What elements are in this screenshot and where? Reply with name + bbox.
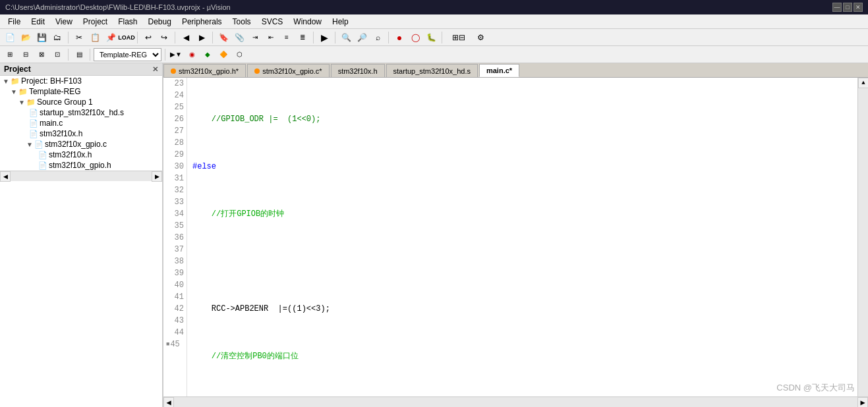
find-btn[interactable]: ⌕ [370,30,385,45]
code-line-28: //清空控制PB0的端口位 [192,350,852,362]
h-scroll-track[interactable] [174,397,857,407]
bookmark-btn[interactable]: 🔖 [216,30,231,45]
undo-btn[interactable]: ↩ [141,30,156,45]
menu-svcs[interactable]: SVCS [256,16,289,28]
template-select[interactable]: Template-REG [94,48,161,61]
open-btn[interactable]: 📂 [18,30,33,45]
format2-btn[interactable]: ≣ [295,30,310,45]
minimize-btn[interactable]: — [832,3,842,12]
menu-flash[interactable]: Flash [113,16,142,28]
menu-window[interactable]: Window [288,16,327,28]
zoom-btn[interactable]: 🔎 [355,30,369,45]
tb2-btn2[interactable]: ⊟ [18,47,33,62]
save-all-btn[interactable]: 🗂 [50,30,65,45]
maximize-btn[interactable]: □ [843,3,852,12]
code-line-27: RCC->APB2ENR |=((1)<<3); [192,303,852,315]
search-btn[interactable]: 🔍 [339,30,353,45]
forward-btn[interactable]: ▶ [194,30,209,45]
sep-tb2-3 [165,49,165,61]
sidebar-scroll-track[interactable] [11,171,152,181]
tb2-btn6[interactable]: ▶▼ [169,47,183,62]
code-line-24: #else [192,161,852,173]
code-line-23: //GPIOB_ODR |= (1<<0); [192,113,852,125]
back-btn[interactable]: ◀ [179,30,193,45]
tree-template-reg[interactable]: ▼ 📁 Template-REG [0,86,162,97]
tree-source-group[interactable]: ▼ 📁 Source Group 1 [0,97,162,107]
settings-btn[interactable]: ⚙ [473,30,488,45]
file-startup-label: startup_stm32f10x_hd.s [40,108,124,117]
tb2-btn3[interactable]: ⊠ [34,47,49,62]
toolbar-2: ⊞ ⊟ ⊠ ⊡ ▤ Template-REG ▶▼ ◉ ◆ 🔶 ⬡ [0,46,868,63]
tree-file-stm32h[interactable]: 📄 stm32f10x.h [0,128,162,139]
tree-file-stm32h2[interactable]: 📄 stm32f10x.h [0,149,162,160]
dbg-btn[interactable]: 🐛 [424,30,438,45]
close-btn[interactable]: ✕ [854,3,863,12]
load-btn[interactable]: LOAD [119,30,134,45]
stop-btn[interactable]: ◯ [408,30,422,45]
redo-btn[interactable]: ↪ [157,30,171,45]
sidebar-close-btn[interactable]: ✕ [152,65,158,74]
file-s-icon: 📄 [29,109,38,117]
scroll-right-btn[interactable]: ▶ [857,397,868,407]
tb2-btn7[interactable]: ◉ [185,47,199,62]
bottom-scrollbar: ◀ ▶ [163,396,868,407]
cut-btn[interactable]: ✂ [72,30,86,45]
tab-dot-gpio-h [171,68,176,74]
format-btn[interactable]: ≡ [279,30,294,45]
tab-main[interactable]: main.c* [479,64,519,77]
title-bar: C:\Users\Administrator\Desktop\FWlib-LED… [0,0,868,14]
build-btn[interactable]: ▶ [317,30,332,45]
tb2-btn10[interactable]: ⬡ [232,47,246,62]
unindent-btn[interactable]: ⇤ [264,30,278,45]
tab-stm32h[interactable]: stm32f10x.h [331,64,385,77]
tree-file-gpioh[interactable]: 📄 stm32f10x_gpio.h [0,160,162,171]
sidebar-scroll-right[interactable]: ▶ [152,171,162,182]
tb2-btn8[interactable]: ◆ [200,47,215,62]
sidebar: Project ✕ ▼ 📁 Project: BH-F103 ▼ 📁 Templ… [0,63,163,407]
save-btn[interactable]: 💾 [34,30,49,45]
menu-file[interactable]: File [3,16,26,28]
tb2-btn5[interactable]: ▤ [72,47,86,62]
scroll-track[interactable] [858,88,868,396]
tree-file-main[interactable]: 📄 main.c [0,118,162,128]
tree-file-startup[interactable]: 📄 startup_stm32f10x_hd.s [0,107,162,118]
sidebar-scroll-left[interactable]: ◀ [0,171,11,182]
tb2-btn9[interactable]: 🔶 [216,47,231,62]
rec-btn[interactable]: ● [392,30,407,45]
tree-arrow-template[interactable]: ▼ [11,88,17,95]
tree-project-root[interactable]: ▼ 📁 Project: BH-F103 [0,76,162,86]
indent-btn[interactable]: ⇥ [248,30,262,45]
menu-peripherals[interactable]: Peripherals [177,16,227,28]
title-text: C:\Users\Administrator\Desktop\FWlib-LED… [5,3,231,11]
tree-arrow-project[interactable]: ▼ [3,78,9,85]
tree-arrow-source[interactable]: ▼ [18,99,25,106]
menu-debug[interactable]: Debug [143,16,177,28]
tab-gpio-h[interactable]: stm32f10x_gpio.h* [163,64,246,77]
scroll-up-btn[interactable]: ▲ [858,78,868,88]
menu-edit[interactable]: Edit [26,16,50,28]
tab-label-main: main.c* [486,67,512,74]
tab-startup[interactable]: startup_stm32f10x_hd.s [386,64,478,77]
content-area: stm32f10x_gpio.h* stm32f10x_gpio.c* stm3… [163,63,868,407]
tb2-btn1[interactable]: ⊞ [3,47,17,62]
new-btn[interactable]: 📄 [3,30,17,45]
bookmark2-btn[interactable]: 📎 [232,30,246,45]
tree-arrow-gpio[interactable]: ▼ [26,141,33,148]
sep-tb2-1 [68,49,69,61]
sidebar-title: Project [4,65,31,74]
tab-label-stm32h: stm32f10x.h [338,67,378,75]
menu-project[interactable]: Project [78,16,113,28]
tb2-btn4[interactable]: ⊡ [50,47,65,62]
tree-file-gpioc[interactable]: ▼ 📄 stm32f10x_gpio.c [0,139,162,149]
sep-1 [68,32,69,43]
code-editor[interactable]: 23 24 25 26 27 28 29 30 31 32 33 34 35 3… [163,78,868,407]
menu-view[interactable]: View [50,16,78,28]
menu-help[interactable]: Help [327,16,354,28]
file-gpioh-label: stm32f10x_gpio.h [49,161,111,170]
tab-gpio-c[interactable]: stm32f10x_gpio.c* [247,64,330,77]
copy-btn[interactable]: 📋 [88,30,102,45]
scroll-left-btn[interactable]: ◀ [163,397,174,407]
win-btn[interactable]: ⊞⊟ [446,30,472,45]
paste-btn[interactable]: 📌 [103,30,118,45]
menu-tools[interactable]: Tools [227,16,256,28]
